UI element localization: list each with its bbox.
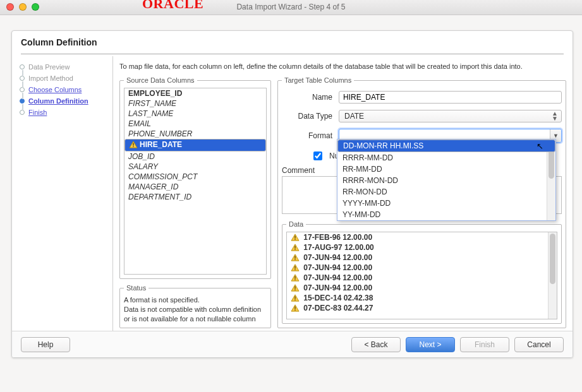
- format-option[interactable]: RR-MM-DD: [337, 163, 555, 175]
- step-import-method: Import Method: [28, 74, 73, 82]
- warning-icon: [291, 304, 300, 312]
- source-columns-list[interactable]: EMPLOYEE_IDFIRST_NAMELAST_NAMEEMAILPHONE…: [124, 88, 267, 275]
- step-data-preview: Data Preview: [28, 63, 70, 71]
- format-option[interactable]: YYYY-MM-DD: [337, 198, 555, 209]
- wizard-dialog: Column Definition Data Preview Import Me…: [11, 30, 573, 358]
- source-column-item[interactable]: JOB_ID: [124, 151, 266, 162]
- oracle-logo: ORACLE: [142, 0, 203, 12]
- source-column-item[interactable]: PHONE_NUMBER: [124, 129, 266, 139]
- format-option[interactable]: RRRR-MON-DD: [337, 175, 555, 186]
- data-row: 07-JUN-94 12.00.00: [287, 283, 557, 293]
- warning-icon: [291, 254, 300, 261]
- back-button[interactable]: < Back: [351, 337, 401, 352]
- datatype-label: Data Type: [282, 112, 332, 121]
- source-column-item[interactable]: FIRST_NAME: [124, 98, 266, 109]
- format-label: Format: [282, 131, 332, 140]
- step-finish[interactable]: Finish: [28, 109, 47, 116]
- data-preview-list: 17-FEB-96 12.00.00 17-AUG-97 12.00.00 07…: [286, 232, 557, 319]
- status-line-1: A format is not specified.: [124, 295, 267, 305]
- step-choose-columns[interactable]: Choose Columns: [28, 86, 82, 93]
- source-column-item[interactable]: EMAIL: [124, 119, 266, 129]
- warning-icon: [291, 284, 300, 292]
- warning-icon: [291, 234, 300, 241]
- step-column-definition[interactable]: Column Definition: [28, 97, 88, 105]
- format-option[interactable]: YY-MM-DD: [337, 209, 555, 220]
- divider: [21, 54, 564, 54]
- status-line-2: Data is not compatible with column defin…: [124, 305, 267, 324]
- warning-icon: [291, 264, 300, 271]
- source-column-item[interactable]: LAST_NAME: [124, 109, 266, 119]
- format-option[interactable]: DD-MON-RR HH.MI.SS↖: [337, 140, 555, 152]
- source-column-item[interactable]: SALARY: [124, 162, 266, 172]
- cursor-icon: ↖: [537, 141, 543, 151]
- format-dropdown-menu[interactable]: DD-MON-RR HH.MI.SS↖RRRR-MM-DDRR-MM-DDRRR…: [337, 139, 556, 221]
- target-columns-legend: Target Table Columns: [282, 76, 354, 84]
- data-row: 07-JUN-94 12.00.00: [287, 252, 557, 263]
- next-button[interactable]: Next >: [406, 337, 455, 352]
- data-row: 07-JUN-94 12.00.00: [287, 263, 557, 273]
- source-column-item[interactable]: COMMISSION_PCT: [124, 172, 266, 182]
- window-title: Data Import Wizard - Step 4 of 5: [0, 3, 582, 11]
- finish-button[interactable]: Finish: [460, 337, 509, 352]
- warning-icon: [291, 244, 300, 251]
- step-list: Data Preview Import Method Choose Column…: [12, 56, 113, 331]
- cancel-button[interactable]: Cancel: [514, 337, 564, 352]
- warning-icon: [291, 274, 300, 282]
- datatype-select[interactable]: DATE: [339, 110, 562, 122]
- source-column-item[interactable]: MANAGER_ID: [124, 182, 266, 192]
- data-row: 17-AUG-97 12.00.00: [287, 242, 557, 252]
- data-row: 07-DEC-83 02.44.27: [287, 303, 557, 313]
- format-option[interactable]: RR-MON-DD: [337, 186, 555, 198]
- source-column-item[interactable]: EMPLOYEE_ID: [124, 88, 266, 98]
- warning-icon: [129, 141, 138, 148]
- source-column-item[interactable]: HIRE_DATE: [124, 139, 266, 151]
- source-columns-legend: Source Data Columns: [124, 76, 197, 84]
- instruction-text: To map file data, for each column on lef…: [119, 62, 566, 70]
- page-title: Column Definition: [21, 37, 564, 47]
- name-field[interactable]: [339, 91, 562, 104]
- name-label: Name: [282, 93, 332, 102]
- nullable-checkbox[interactable]: [313, 151, 322, 160]
- status-legend: Status: [124, 284, 149, 292]
- help-button[interactable]: Help: [21, 337, 70, 352]
- warning-icon: [291, 294, 300, 302]
- titlebar: Data Import Wizard - Step 4 of 5 ORACLE: [0, 0, 582, 15]
- data-scrollbar[interactable]: [548, 232, 557, 319]
- data-row: 15-DEC-14 02.42.38: [287, 293, 557, 303]
- data-legend: Data: [286, 220, 306, 228]
- format-option[interactable]: RRRR-MM-DD: [337, 152, 555, 163]
- data-row: 17-FEB-96 12.00.00: [287, 232, 557, 242]
- source-column-item[interactable]: DEPARTMENT_ID: [124, 192, 266, 202]
- data-row: 07-JUN-94 12.00.00: [287, 273, 557, 283]
